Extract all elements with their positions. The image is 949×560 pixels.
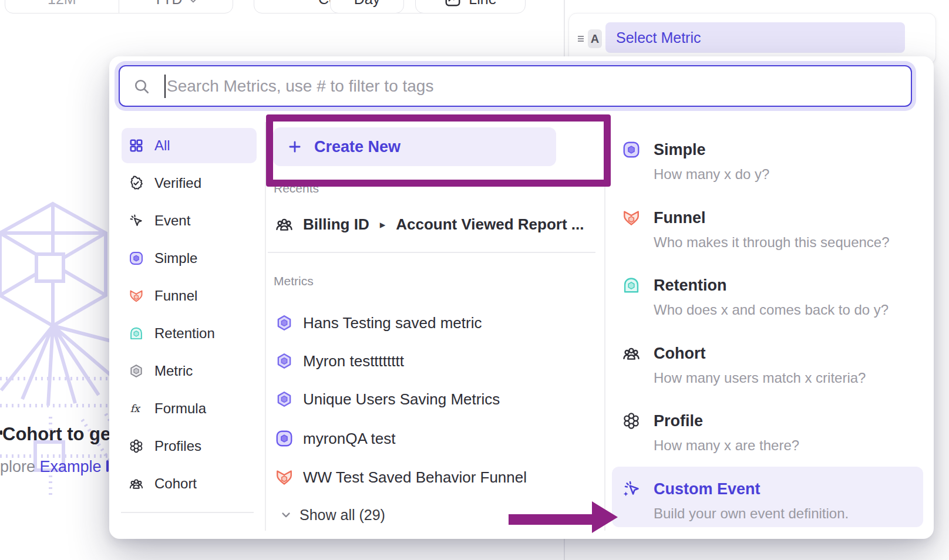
show-all-button[interactable]: Show all (29): [278, 503, 385, 527]
metric-list-item[interactable]: WW Test Saved Behavior Funnel: [275, 465, 527, 489]
create-new-button[interactable]: Create New: [273, 127, 556, 166]
type-funnel[interactable]: Funnel: [654, 209, 706, 227]
type-cohort[interactable]: Cohort: [654, 345, 705, 363]
text-caret: [164, 75, 166, 98]
metric-hexagon-icon: [129, 363, 144, 379]
chart-type-button[interactable]: Line: [415, 0, 526, 14]
series-badge: A: [588, 29, 602, 48]
sidebar-item-event[interactable]: Event: [122, 203, 257, 238]
interval-label: Day: [354, 0, 380, 8]
metric-picker-modal: All Verified Event Simple Funnel Retenti…: [109, 56, 934, 539]
select-metric-button[interactable]: Select Metric: [605, 22, 905, 53]
type-custom-event[interactable]: Custom Event: [654, 480, 760, 498]
metric-name: Unique Users Saving Metrics: [303, 390, 500, 409]
sidebar-item-cohort[interactable]: Cohort: [122, 466, 257, 501]
metric-list-item[interactable]: Unique Users Saving Metrics: [275, 387, 500, 411]
search-bar: [119, 65, 912, 107]
grid-icon: [129, 138, 144, 153]
metric-list-item[interactable]: Myron testttttttt: [275, 349, 404, 373]
explore-text: plore: [0, 458, 40, 475]
range-12m-button[interactable]: 12M: [5, 0, 119, 13]
metric-name: myronQA test: [303, 430, 396, 448]
sidebar-item-label: All: [154, 137, 170, 154]
sidebar-item-all[interactable]: All: [122, 128, 257, 163]
clipped-glyph-fragment: [106, 460, 109, 472]
simple-metric-icon: [622, 140, 641, 159]
type-cohort-desc: How many users match x criteria?: [654, 370, 866, 386]
funnel-metric-icon: [275, 468, 294, 487]
drag-handle-icon[interactable]: [576, 30, 585, 48]
metric-list-item[interactable]: myronQA test: [275, 427, 396, 450]
retention-metric-icon: [129, 326, 144, 341]
empty-state-headline: Cohort to ge: [2, 424, 110, 445]
section-divider: [268, 252, 595, 253]
line-chart-icon: [444, 0, 462, 8]
metric-list-item[interactable]: Hans Testing saved metric: [275, 311, 482, 335]
interval-button[interactable]: Day: [330, 0, 404, 14]
sidebar-item-label: Verified: [154, 175, 201, 191]
svg-text:fx: fx: [130, 403, 141, 414]
saved-metric-hexagon-icon: [275, 352, 294, 370]
clipped-glyph-fragment: [0, 430, 2, 435]
sidebar-item-label: Formula: [154, 400, 206, 417]
background-wireframe-art: [0, 197, 123, 496]
sidebar-item-label: Retention: [154, 325, 215, 342]
cohort-people-icon: [622, 344, 641, 363]
sidebar-item-label: Metric: [154, 363, 193, 379]
sidebar-item-label: Profiles: [154, 438, 201, 454]
sidebar-item-simple[interactable]: Simple: [122, 241, 257, 276]
date-range-control: 12M YTD: [5, 0, 233, 14]
sidebar-item-label: Funnel: [154, 288, 197, 304]
retention-metric-icon: [622, 276, 641, 295]
type-retention[interactable]: Retention: [654, 276, 727, 295]
sidebar-item-label: Simple: [154, 250, 197, 266]
column-divider: [265, 122, 266, 531]
example-link[interactable]: Example: [40, 458, 102, 475]
chevron-down-icon: [187, 0, 199, 5]
profiles-cluster-icon: [129, 438, 144, 454]
recents-heading: Recents: [274, 181, 319, 195]
formula-fx-icon: fx: [129, 401, 144, 416]
sidebar-item-profiles[interactable]: Profiles: [122, 429, 257, 464]
show-all-label: Show all (29): [299, 507, 385, 524]
metrics-report-screen: Cohort to ge plore Example 12M YTD Compa…: [0, 0, 949, 560]
chevron-down-icon: [278, 507, 294, 522]
empty-state-subtext: plore Example: [0, 458, 102, 476]
sidebar-item-verified[interactable]: Verified: [122, 166, 257, 201]
recent-item[interactable]: Billing ID ▸ Account Viewed Report ...: [275, 212, 584, 236]
metric-name: Myron testttttttt: [303, 352, 404, 370]
sidebar-item-metric[interactable]: Metric: [122, 353, 257, 389]
chart-type-label: Line: [469, 0, 496, 8]
sidebar-item-tags[interactable]: Tags: [122, 529, 257, 539]
recent-event-name: Account Viewed Report ...: [396, 215, 584, 234]
type-profile[interactable]: Profile: [654, 412, 703, 430]
funnel-metric-icon: [622, 208, 641, 227]
type-simple[interactable]: Simple: [654, 141, 706, 159]
simple-metric-icon: [129, 251, 144, 266]
sidebar-item-formula[interactable]: fx Formula: [122, 391, 257, 426]
simple-metric-icon: [275, 429, 294, 448]
metric-name: WW Test Saved Behavior Funnel: [303, 468, 527, 487]
create-new-label: Create New: [314, 138, 401, 156]
search-input[interactable]: [120, 66, 911, 106]
breadcrumb-arrow-icon: ▸: [380, 218, 386, 231]
sidebar-item-funnel[interactable]: Funnel: [122, 278, 257, 313]
type-funnel-desc: Who makes it through this sequence?: [654, 234, 890, 251]
metric-name: Hans Testing saved metric: [303, 314, 482, 332]
sidebar-item-label: Event: [154, 212, 190, 229]
column-divider: [604, 122, 605, 531]
verified-seal-icon: [129, 176, 144, 191]
recent-cohort-name: Billing ID: [303, 215, 369, 234]
cohort-people-icon: [129, 476, 144, 491]
type-custom-event-desc: Build your own event definition.: [654, 505, 849, 522]
cohort-people-icon: [275, 215, 294, 234]
range-ytd-button[interactable]: YTD: [119, 0, 233, 13]
select-metric-label: Select Metric: [616, 29, 701, 46]
sidebar-divider: [121, 512, 254, 513]
saved-metric-hexagon-icon: [275, 313, 294, 332]
saved-metric-hexagon-icon: [275, 390, 294, 409]
sidebar-item-retention[interactable]: Retention: [122, 316, 257, 351]
profiles-cluster-icon: [622, 411, 641, 430]
funnel-metric-icon: [129, 288, 144, 303]
event-cursor-icon: [129, 213, 144, 228]
